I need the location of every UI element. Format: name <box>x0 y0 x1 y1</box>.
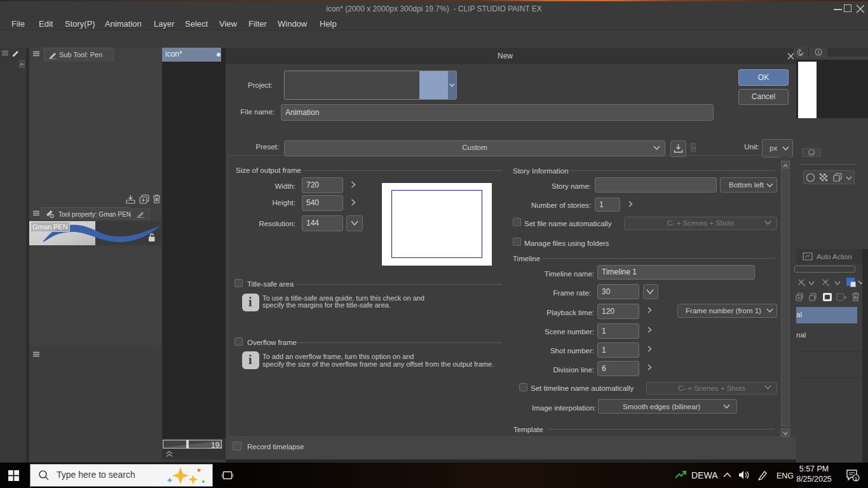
svg-text:1: 1 <box>855 476 858 482</box>
